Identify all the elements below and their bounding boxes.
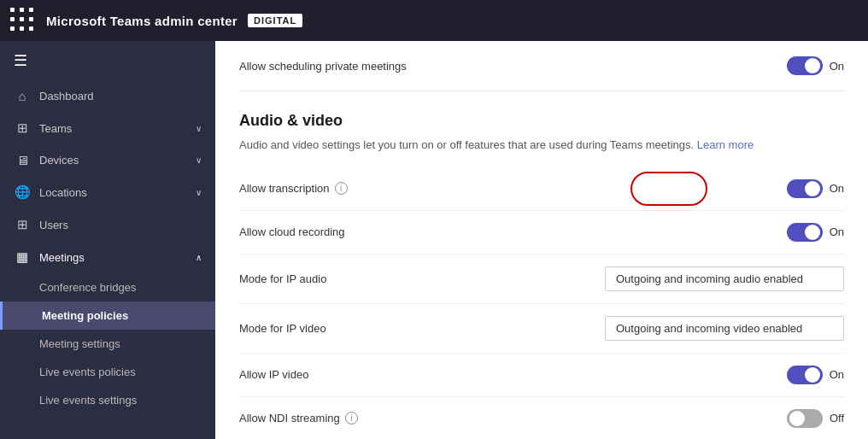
sidebar-item-label: Users <box>39 219 202 231</box>
learn-more-link[interactable]: Learn more <box>697 138 754 151</box>
allow-ip-video-toggle[interactable] <box>787 366 823 384</box>
scheduling-label: Allow scheduling private meetings <box>239 60 407 73</box>
setting-row-ip-video: Mode for IP video Outgoing and incoming … <box>239 304 844 354</box>
devices-icon: 🖥 <box>14 153 31 167</box>
setting-label-cloud-recording: Allow cloud recording <box>239 225 345 238</box>
sidebar-item-meeting-settings[interactable]: Meeting settings <box>0 330 215 358</box>
sidebar-item-locations[interactable]: 🌐 Locations ∨ <box>0 176 215 208</box>
ip-video-value[interactable]: Outgoing and incoming video enabled <box>605 316 844 341</box>
sidebar-item-label: Meetings <box>39 251 187 264</box>
users-icon: ⊞ <box>14 217 31 232</box>
ndi-toggle-container: Off <box>787 409 844 428</box>
setting-row-ip-audio: Mode for IP audio Outgoing and incoming … <box>239 255 844 304</box>
cloud-recording-toggle-label: On <box>830 225 844 238</box>
toggle-knob <box>805 181 820 196</box>
sidebar-item-conference-bridges[interactable]: Conference bridges <box>0 273 215 301</box>
meetings-icon: ▦ <box>14 249 31 265</box>
setting-row-cloud-recording: Allow cloud recording On <box>239 211 844 255</box>
sidebar-item-meeting-policies[interactable]: Meeting policies <box>0 301 215 330</box>
setting-row-allow-transcription: Allow transcription i On <box>239 167 844 211</box>
transcription-annotation-circle <box>630 172 707 206</box>
scheduling-toggle-label: On <box>830 60 844 73</box>
chevron-down-icon: ∨ <box>196 155 202 165</box>
sidebar-item-meetings[interactable]: ▦ Meetings ∧ <box>0 241 215 273</box>
sidebar-item-label: Teams <box>39 122 187 135</box>
hamburger-menu[interactable]: ☰ <box>0 41 215 80</box>
sidebar-item-label: Locations <box>39 186 187 199</box>
ip-audio-value[interactable]: Outgoing and incoming audio enabled <box>605 266 844 291</box>
section-description: Audio and video settings let you turn on… <box>239 137 844 154</box>
setting-label-allow-transcription: Allow transcription i <box>239 182 348 195</box>
setting-label-allow-ip-video: Allow IP video <box>239 368 308 381</box>
sidebar-item-users[interactable]: ⊞ Users <box>0 208 215 241</box>
scheduling-toggle-container: On <box>787 56 844 75</box>
chevron-down-icon: ∨ <box>196 188 202 197</box>
app-title: Microsoft Teams admin center <box>46 14 238 28</box>
setting-label-ip-video: Mode for IP video <box>239 322 326 335</box>
top-navigation: Microsoft Teams admin center DIGITAL <box>0 0 868 41</box>
sidebar-item-label: Dashboard <box>39 90 202 102</box>
dashboard-icon: ⌂ <box>14 89 31 103</box>
setting-label-ndi: Allow NDI streaming i <box>239 412 358 424</box>
scheduling-row: Allow scheduling private meetings On <box>239 41 844 91</box>
toggle-knob <box>805 367 820 383</box>
info-icon-transcription[interactable]: i <box>335 182 348 195</box>
tenant-badge: DIGITAL <box>248 14 302 27</box>
cloud-recording-toggle[interactable] <box>787 223 823 242</box>
info-icon-ndi[interactable]: i <box>345 412 358 424</box>
cloud-recording-toggle-container: On <box>787 223 844 242</box>
locations-icon: 🌐 <box>14 184 31 200</box>
sidebar-item-teams[interactable]: ⊞ Teams ∨ <box>0 112 215 144</box>
transcription-toggle-label: On <box>830 182 844 195</box>
toggle-knob <box>789 411 805 426</box>
allow-ip-video-toggle-container: On <box>787 366 844 384</box>
sidebar-item-label: Devices <box>39 154 187 167</box>
setting-row-allow-ip-video: Allow IP video On <box>239 354 844 397</box>
setting-label-ip-audio: Mode for IP audio <box>239 272 326 285</box>
setting-row-ndi: Allow NDI streaming i Off <box>239 397 844 440</box>
toggle-knob <box>805 225 820 240</box>
ndi-toggle[interactable] <box>787 409 823 428</box>
ndi-toggle-label: Off <box>830 412 844 424</box>
chevron-down-icon: ∨ <box>196 124 202 133</box>
sidebar: ☰ ⌂ Dashboard ⊞ Teams ∨ 🖥 Devices ∨ 🌐 Lo… <box>0 41 215 439</box>
main-content: Allow scheduling private meetings On Aud… <box>215 41 868 439</box>
transcription-toggle[interactable] <box>787 179 823 198</box>
scheduling-toggle[interactable] <box>787 56 823 75</box>
transcription-toggle-container: On <box>787 179 844 198</box>
app-grid-icon[interactable] <box>10 8 36 33</box>
chevron-up-icon: ∧ <box>196 253 202 262</box>
sidebar-item-live-events-settings[interactable]: Live events settings <box>0 386 215 414</box>
sidebar-item-devices[interactable]: 🖥 Devices ∨ <box>0 144 215 176</box>
sidebar-item-dashboard[interactable]: ⌂ Dashboard <box>0 80 215 112</box>
teams-icon: ⊞ <box>14 120 31 136</box>
content-area: Allow scheduling private meetings On Aud… <box>215 41 868 439</box>
allow-ip-video-label: On <box>830 368 844 381</box>
toggle-knob <box>805 58 820 73</box>
sidebar-item-live-events-policies[interactable]: Live events policies <box>0 358 215 386</box>
section-title: Audio & video <box>239 91 844 137</box>
